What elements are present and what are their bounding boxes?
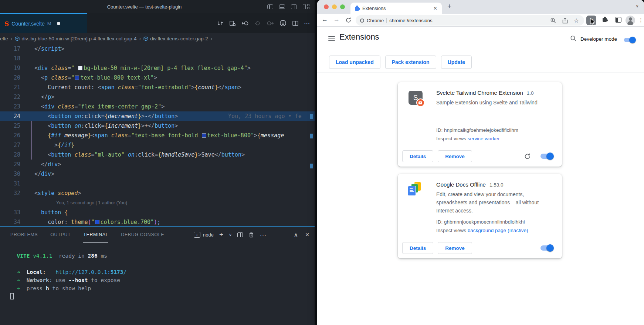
run-icon[interactable] — [279, 19, 287, 27]
close-tab-icon[interactable]: ✕ — [433, 6, 437, 11]
minimize-window-light[interactable] — [332, 4, 337, 9]
line-number: 28 — [0, 150, 26, 160]
bottom-panel: PROBLEMS OUTPUT TERMINAL DEBUG CONSOLE ›… — [0, 227, 315, 325]
address-bar[interactable]: Chrome chrome://extensions ☆ — [356, 15, 584, 26]
terminal-cursor — [10, 293, 14, 299]
tab-terminal[interactable]: TERMINAL — [83, 227, 108, 243]
developer-mode-toggle[interactable] — [624, 38, 635, 42]
tab-counter-svelte[interactable]: S Counter.svelte M — [0, 13, 87, 33]
tab-output[interactable]: OUTPUT — [50, 227, 71, 243]
line-number: 18 — [0, 54, 26, 63]
overview-ruler-mark — [310, 164, 313, 168]
mouse-cursor — [590, 18, 596, 26]
split-terminal-icon[interactable] — [237, 232, 243, 237]
search-icon[interactable] — [570, 35, 577, 42]
browser-menu-icon[interactable]: ⋮ — [638, 17, 644, 23]
line-number: 33 — [0, 208, 26, 217]
details-button[interactable]: Details — [402, 242, 433, 254]
zoom-window-light[interactable] — [340, 4, 345, 9]
blame-annotation-row: You, 1 second ago | 1 author (You) — [0, 198, 315, 208]
breadcrumb-separator: › — [139, 36, 141, 41]
profile-avatar[interactable] — [626, 16, 635, 25]
inspect-views-link[interactable]: background page (Inactive) — [468, 228, 528, 233]
url-text[interactable]: chrome://extensions — [389, 18, 432, 23]
reload-icon[interactable] — [345, 17, 352, 23]
tab-debug-console[interactable]: DEBUG CONSOLE — [121, 227, 164, 243]
editor-code[interactable]: 17</script>1819<div class=" bg-blue-50 m… — [0, 44, 315, 227]
update-button[interactable]: Update — [441, 56, 472, 69]
maximize-panel-icon[interactable]: ∧ — [294, 231, 298, 238]
toggle-sidebar-icon[interactable] — [267, 4, 273, 9]
details-button[interactable]: Details — [402, 150, 433, 162]
new-terminal-icon[interactable]: + — [219, 231, 223, 239]
remove-button[interactable]: Remove — [438, 150, 472, 162]
hamburger-menu-icon[interactable] — [328, 36, 335, 41]
extensions-favicon — [355, 6, 359, 11]
overview-ruler-mark — [310, 114, 313, 119]
customize-layout-icon[interactable] — [303, 4, 309, 9]
terminal-shell-icon[interactable]: › — [194, 232, 200, 238]
toggle-secondary-sidebar-icon[interactable] — [291, 4, 297, 9]
close-panel-icon[interactable]: ✕ — [305, 232, 309, 238]
code-line: 29 </div> — [0, 160, 315, 169]
symbol-cube-icon — [143, 36, 148, 41]
symbol-cube-icon — [15, 36, 20, 41]
remove-button[interactable]: Remove — [438, 242, 472, 254]
breadcrumb-separator: › — [11, 36, 13, 41]
zoom-icon[interactable] — [550, 17, 556, 24]
code-line: 18 — [0, 54, 315, 63]
line-number: 29 — [0, 160, 26, 169]
share-icon[interactable] — [562, 17, 568, 24]
window-title: Counter.svelte — test-svelte-plugin — [107, 4, 182, 10]
breadcrumb-separator: › — [211, 36, 213, 41]
terminal-output[interactable]: VITE v4.1.1 ready in 286 ms ➜ Local: htt… — [0, 252, 315, 301]
load-unpacked-button[interactable]: Load unpacked — [329, 56, 380, 69]
terminal-shell-label[interactable]: node — [203, 232, 214, 238]
new-tab-icon[interactable]: + — [447, 2, 451, 10]
tab-label: Counter.svelte — [11, 21, 45, 27]
omnibox-divider — [386, 18, 387, 23]
inspect-views-link[interactable]: service worker — [468, 136, 500, 141]
line-number: 19 — [0, 63, 26, 73]
breadcrumb-item[interactable]: elte — [0, 36, 8, 41]
breadcrumb-item[interactable]: div..bg-blue-50.min-w-[20rem].p-4.flex.f… — [15, 36, 136, 41]
line-number: 21 — [0, 83, 26, 92]
tab-search-chevron-icon[interactable]: ∨ — [635, 3, 639, 9]
kill-terminal-icon[interactable] — [248, 232, 254, 238]
line-number: 17 — [0, 44, 26, 54]
svelte-icon: S — [4, 20, 9, 27]
unsaved-dot-icon[interactable] — [57, 22, 60, 25]
back-icon[interactable]: ← — [322, 16, 328, 23]
browser-tab-extensions[interactable]: Extensions ✕ — [350, 3, 442, 14]
line-number: 30 — [0, 169, 26, 179]
forward-icon: → — [333, 16, 340, 23]
side-panel-icon[interactable] — [615, 17, 621, 23]
close-window-light[interactable] — [324, 4, 329, 9]
more-actions-icon[interactable]: ⋯ — [304, 20, 310, 27]
panel-more-actions-icon[interactable]: ··· — [260, 232, 267, 238]
extension-enabled-toggle[interactable] — [540, 245, 553, 251]
bookmark-star-icon[interactable]: ☆ — [574, 17, 579, 24]
terminal-line: ➜ Local: http://127.0.0.1:5173/ — [0, 268, 315, 276]
breadcrumb-item[interactable]: div.flex.items-center.gap-2 — [143, 36, 208, 41]
inspect-views-line: Inspect views background page (Inactive) — [436, 228, 528, 233]
tab-problems[interactable]: PROBLEMS — [10, 227, 38, 243]
open-preview-icon[interactable] — [229, 20, 236, 27]
extensions-menu-icon[interactable] — [603, 17, 607, 22]
panel-focus-border[interactable] — [0, 226, 315, 227]
nav-back-icon[interactable] — [241, 20, 249, 27]
code-line: 31 — [0, 179, 315, 188]
reload-extension-icon[interactable] — [524, 153, 531, 160]
compare-changes-icon[interactable] — [217, 20, 224, 27]
extension-enabled-toggle[interactable] — [540, 154, 553, 159]
split-editor-icon[interactable] — [292, 20, 299, 27]
line-number: 24 — [0, 111, 26, 121]
terminal-dropdown-icon[interactable]: ∨ — [229, 232, 232, 237]
pack-extension-button[interactable]: Pack extension — [385, 56, 436, 69]
toggle-panel-icon[interactable] — [279, 4, 285, 9]
breadcrumb: elte › div..bg-blue-50.min-w-[20rem].p-4… — [0, 33, 315, 44]
extension-id: ID: hnplmcaikgfoehmeiejokedfificiihm — [436, 127, 518, 133]
code-line: 19<div class=" bg-blue-50 min-w-[20rem] … — [0, 63, 315, 73]
extension-title: Svelete Tailwind Chrome Extension — [436, 90, 523, 96]
terminal-line — [0, 292, 315, 301]
